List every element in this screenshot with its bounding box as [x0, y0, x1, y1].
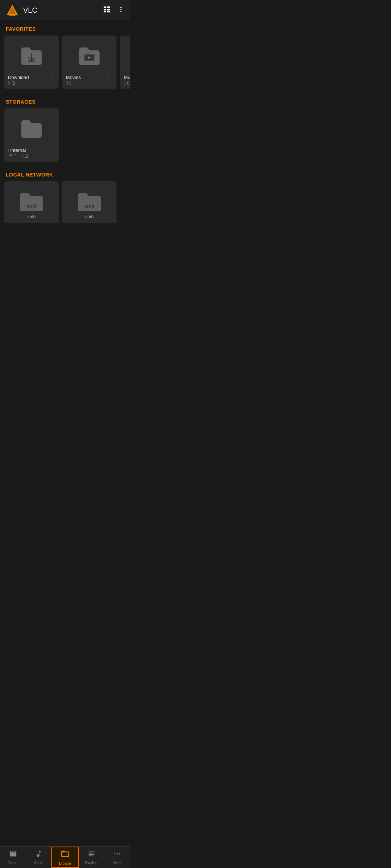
storages-grid: / Internal 15 · 1 ⋮	[0, 108, 130, 166]
download-more-button[interactable]: ⋮	[47, 74, 55, 80]
music-info: Music 1	[124, 75, 130, 85]
smb-folder-icon-1: smb	[8, 185, 55, 217]
nav-video[interactable]: Video	[0, 847, 26, 868]
playlists-icon	[88, 850, 96, 860]
main-content: Favorites Download 9 ⋮	[0, 20, 130, 253]
audio-label: Audio	[34, 861, 43, 865]
download-info: Download 9	[8, 75, 47, 85]
video-icon	[9, 850, 17, 860]
music-meta: 1	[124, 81, 130, 85]
svg-rect-3	[9, 14, 16, 16]
nav-playlists[interactable]: Playlists	[79, 847, 105, 868]
svg-point-28	[119, 853, 121, 855]
audio-icon	[35, 850, 43, 860]
smb-folder-icon-2: smb	[66, 185, 113, 217]
favorites-section-title: Favorites	[0, 20, 130, 36]
svg-rect-8	[104, 11, 106, 12]
music-name: Music	[124, 75, 130, 80]
internal-info: / Internal 15 · 1	[8, 148, 47, 158]
grid-view-button[interactable]	[103, 5, 111, 15]
svg-rect-4	[104, 6, 106, 8]
more-icon	[113, 850, 121, 860]
smb-label-1: smb	[28, 214, 36, 219]
movies-meta: 3	[66, 81, 105, 85]
svg-point-27	[117, 853, 118, 855]
bottom-navigation: Video Audio Browse Playlists	[0, 846, 130, 868]
favorite-download-card[interactable]: Download 9 ⋮	[4, 36, 59, 89]
browse-label: Browse	[59, 861, 71, 865]
movies-name: Movies	[66, 75, 105, 80]
browse-icon	[60, 849, 70, 860]
local-network-grid: smb smb smb smb	[0, 181, 130, 228]
music-folder-icon: ♪	[124, 39, 130, 72]
favorites-grid: Download 9 ⋮	[0, 36, 130, 93]
app-header: VLC	[0, 0, 130, 20]
svg-rect-9	[107, 11, 110, 12]
svg-text:smb: smb	[26, 203, 37, 209]
more-label: More	[113, 861, 122, 865]
internal-more-button[interactable]: ⋮	[47, 147, 55, 153]
nav-browse[interactable]: Browse	[51, 847, 79, 868]
favorite-music-card[interactable]: ♪ Music 1 ⋮	[120, 36, 130, 89]
movies-folder-icon	[66, 39, 113, 72]
movies-card-footer: Movies 3 ⋮	[66, 75, 113, 85]
local-network-section-title: Local Network	[0, 166, 130, 181]
svg-rect-7	[107, 9, 110, 11]
video-label: Video	[8, 861, 17, 865]
svg-point-10	[120, 7, 121, 8]
svg-point-26	[114, 853, 116, 855]
svg-point-12	[120, 11, 121, 12]
svg-rect-13	[28, 61, 35, 62]
nav-more[interactable]: More	[105, 847, 130, 868]
nav-audio[interactable]: Audio	[26, 847, 51, 868]
internal-card-footer: / Internal 15 · 1 ⋮	[8, 148, 55, 158]
storage-internal-card[interactable]: / Internal 15 · 1 ⋮	[4, 108, 59, 162]
download-meta: 9	[8, 81, 47, 85]
smb-card-1[interactable]: smb smb	[4, 181, 59, 223]
header-left: VLC	[6, 4, 37, 17]
app-title: VLC	[23, 6, 37, 14]
download-card-footer: Download 9 ⋮	[8, 75, 55, 85]
download-folder-icon	[8, 39, 55, 72]
svg-point-11	[120, 9, 121, 10]
smb-label-2: smb	[85, 214, 94, 219]
smb-card-2[interactable]: smb smb	[62, 181, 117, 223]
internal-meta: 15 · 1	[8, 154, 47, 158]
movies-more-button[interactable]: ⋮	[105, 74, 113, 80]
playlists-label: Playlists	[85, 861, 98, 865]
music-card-footer: Music 1 ⋮	[124, 75, 130, 85]
vlc-logo	[6, 4, 19, 17]
svg-text:smb: smb	[84, 203, 95, 209]
more-vertical-button[interactable]	[117, 6, 125, 15]
favorite-movies-card[interactable]: Movies 3 ⋮	[62, 36, 117, 89]
header-right	[103, 5, 125, 15]
internal-name: / Internal	[8, 148, 47, 153]
svg-rect-6	[104, 9, 106, 11]
internal-folder-icon	[8, 112, 55, 145]
storages-section-title: Storages	[0, 93, 130, 108]
svg-rect-5	[107, 6, 110, 8]
movies-info: Movies 3	[66, 75, 105, 85]
download-name: Download	[8, 75, 47, 80]
